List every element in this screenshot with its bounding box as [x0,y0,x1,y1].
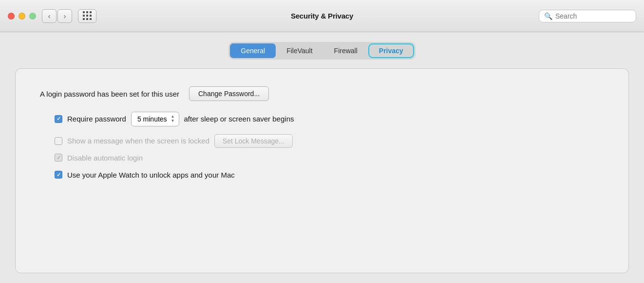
disable-login-label: Disable automatic login [67,154,143,162]
back-button[interactable]: ‹ [42,9,57,23]
titlebar: ‹ › Security & Privacy 🔍 [0,0,644,32]
grid-view-button[interactable] [78,9,96,23]
grid-icon [83,11,92,20]
settings-panel: A login password has been set for this u… [15,68,629,273]
lock-message-row: Show a message when the screen is locked… [40,134,604,148]
set-lock-message-button[interactable]: Set Lock Message... [214,134,293,148]
tab-firewall[interactable]: Firewall [323,43,368,58]
lock-message-label: Show a message when the screen is locked [67,137,209,145]
content-area: General FileVault Firewall Privacy A log… [0,32,644,283]
tab-filevault[interactable]: FileVault [276,43,323,58]
login-password-text: A login password has been set for this u… [40,90,179,98]
search-input[interactable] [555,12,631,20]
tabs-container: General FileVault Firewall Privacy [228,42,415,60]
tab-general[interactable]: General [230,43,276,58]
apple-watch-checkbox[interactable]: ✓ [55,171,62,179]
minimize-button[interactable] [19,13,25,20]
traffic-lights [8,13,36,20]
maximize-button[interactable] [29,13,36,20]
checkbox-check-icon: ✓ [57,116,61,121]
disable-login-row: ✓ Disable automatic login [40,154,604,162]
require-password-row: ✓ Require password 5 minutes ▲ ▼ after s… [40,112,604,126]
window-title: Security & Privacy [291,12,353,20]
login-password-row: A login password has been set for this u… [40,86,604,101]
change-password-button[interactable]: Change Password... [189,86,269,101]
lock-message-checkbox[interactable] [55,137,62,145]
close-button[interactable] [8,13,15,20]
disable-login-checkbox[interactable]: ✓ [55,154,62,162]
search-bar[interactable]: 🔍 [539,10,636,22]
apple-watch-check-icon: ✓ [57,172,61,178]
password-timeout-dropdown[interactable]: 5 minutes ▲ ▼ [131,112,179,126]
require-password-checkbox[interactable]: ✓ [55,115,62,123]
dropdown-arrows-icon: ▲ ▼ [171,115,175,123]
tab-privacy[interactable]: Privacy [368,43,414,58]
password-timeout-value: 5 minutes [137,115,167,123]
forward-button[interactable]: › [57,9,72,23]
require-password-label: Require password [67,115,126,123]
after-sleep-label: after sleep or screen saver begins [184,115,294,123]
apple-watch-row: ✓ Use your Apple Watch to unlock apps an… [40,171,604,179]
nav-buttons: ‹ › [42,9,72,23]
apple-watch-label: Use your Apple Watch to unlock apps and … [67,171,235,179]
disable-login-check-icon: ✓ [57,155,61,161]
search-icon: 🔍 [544,12,552,20]
